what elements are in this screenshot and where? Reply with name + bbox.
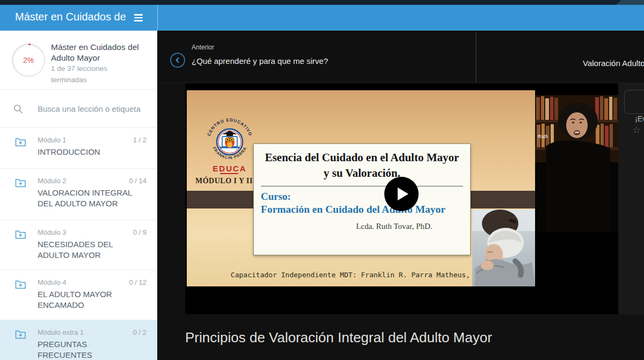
star-icon[interactable]: ☆ — [632, 124, 641, 136]
slide-course-label: Curso: — [261, 191, 463, 203]
webcam-thumbnail: Ruth — [535, 95, 618, 232]
slide-title-card: Esencia del Cuidado en el Adulto Mayor y… — [253, 143, 471, 255]
module-count: 0 / 12 — [129, 278, 147, 286]
module-label: 0 / 12 Módulo 4 — [38, 278, 147, 286]
module-title: INTRODUCCION — [38, 147, 140, 157]
module-title: VALORACION INTEGRAL DEL ADULTO MAYOR — [38, 188, 140, 210]
lesson-search — [0, 90, 157, 128]
browser-top-strip — [0, 0, 644, 5]
search-input[interactable] — [38, 99, 148, 118]
module-label: 0 / 14 Módulo 2 — [38, 177, 147, 185]
sidebar-item-module-2[interactable]: 0 / 14 Módulo 2 VALORACION INTEGRAL DEL … — [0, 169, 157, 220]
slide-author: Lcda. Ruth Tovar, PhD. — [261, 222, 463, 231]
educa-underline — [220, 173, 238, 174]
folder-plus-icon — [15, 329, 26, 339]
module-label: 0 / 2 Módulo extra 1 — [38, 328, 147, 336]
course-sidebar: 2% Máster en Cuidados del Adulto Mayor 1… — [0, 31, 157, 360]
app-header: Máster en Cuidados de — [0, 5, 644, 31]
card-divider — [261, 186, 463, 186]
educa-wordmark: EDUCA — [212, 164, 247, 173]
rating-prompt-fragment: ¡Eva — [635, 114, 644, 123]
folder-plus-icon — [15, 279, 26, 289]
chevron-left-icon — [174, 56, 181, 64]
folder-plus-icon — [15, 137, 26, 147]
slide-title: Esencia del Cuidado en el Adulto Mayor y… — [261, 150, 463, 181]
menu-button[interactable] — [134, 12, 146, 23]
video-player: CENTRO EDUCATIVO FRANKL — [185, 83, 618, 314]
module-label: 1 / 2 Módulo 1 — [38, 136, 147, 144]
course-title: Máster en Cuidados del Adulto Mayor — [51, 42, 147, 63]
elderly-care-photo — [472, 210, 535, 286]
module-count: 0 / 9 — [133, 228, 147, 236]
play-button[interactable] — [384, 177, 419, 211]
module-title: NECESIDADES DEL ADULTO MAYOR — [38, 239, 140, 261]
module-count: 1 / 2 — [133, 136, 147, 144]
presenter-video — [535, 95, 618, 232]
lesson-nav: Anterior ¿Qué aprenderé y para que me si… — [157, 31, 644, 83]
hamburger-icon — [134, 14, 143, 16]
sidebar-item-module-extra-1[interactable]: 0 / 2 Módulo extra 1 PREGUNTAS FRECUENTE… — [0, 320, 157, 360]
course-progress-text: 1 de 37 lecciones terminadas — [51, 63, 137, 86]
module-title: PREGUNTAS FRECUENTES — [38, 339, 140, 360]
module-title: EL ADULTO MAYOR ENCAMADO — [38, 289, 140, 311]
presentation-slide: CENTRO EDUCATIVO FRANKL — [187, 90, 535, 286]
webcam-name-label: Ruth — [538, 134, 548, 139]
folder-plus-icon — [15, 229, 26, 239]
progress-percent: 2% — [13, 45, 44, 76]
panel-corner-fragment — [624, 90, 644, 114]
previous-label: Anterior — [192, 44, 214, 51]
previous-lesson-button[interactable] — [170, 53, 185, 68]
course-header: 2% Máster en Cuidados del Adulto Mayor 1… — [0, 31, 157, 90]
search-icon — [13, 104, 23, 114]
app-title: Máster en Cuidados de — [15, 11, 134, 23]
module-count: 0 / 2 — [133, 328, 147, 336]
browser-tab-fragment — [616, 0, 644, 5]
educa-logo: CENTRO EDUCATIVO FRANKL — [203, 114, 257, 168]
folder-plus-icon — [15, 178, 26, 188]
module-count: 0 / 14 — [129, 177, 147, 185]
previous-lesson-title[interactable]: ¿Qué aprenderé y para que me sirve? — [192, 56, 328, 66]
next-lesson-title[interactable]: Valoración Adulto — [583, 59, 644, 68]
lesson-main: Anterior ¿Qué aprenderé y para que me si… — [157, 31, 644, 360]
course-player-page: Máster en Cuidados de 2% Máster en Cuida… — [0, 0, 644, 360]
module-label: 0 / 9 Módulo 3 — [38, 228, 147, 236]
lesson-title: Principios de Valoración Integral del Ad… — [185, 329, 492, 346]
sidebar-item-module-3[interactable]: 0 / 9 Módulo 3 NECESIDADES DEL ADULTO MA… — [0, 220, 157, 270]
nav-divider — [475, 32, 477, 82]
progress-ring: 2% — [12, 44, 45, 77]
header-divider — [157, 5, 158, 31]
play-icon — [398, 188, 408, 200]
sidebar-item-module-4[interactable]: 0 / 12 Módulo 4 EL ADULTO MAYOR ENCAMADO — [0, 270, 157, 320]
sidebar-item-module-1[interactable]: 1 / 2 Módulo 1 INTRODUCCION — [0, 128, 157, 169]
module-roman-label: MÓDULO I Y II — [195, 177, 253, 185]
slide-course-name: Formación en Cuidado del Adulto Mayor — [261, 204, 463, 215]
